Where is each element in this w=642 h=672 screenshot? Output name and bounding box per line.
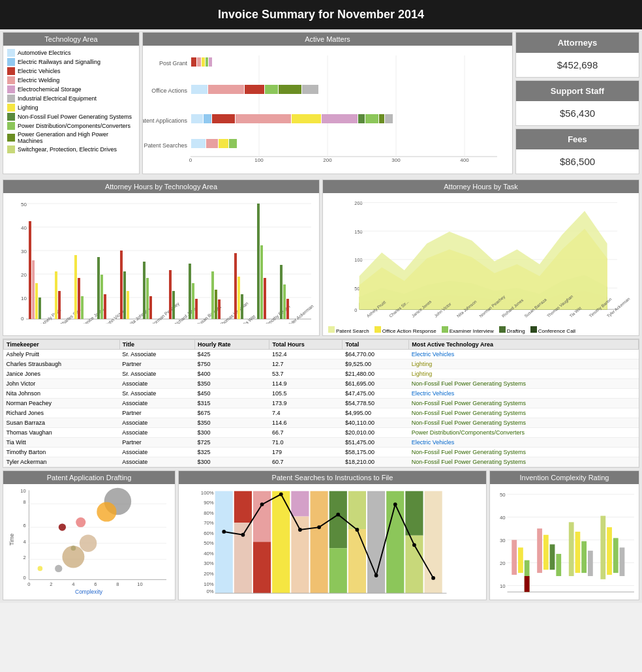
svg-rect-165 [215,491,233,594]
tech-area-item: Power Generation and High Power Machines [5,130,138,145]
svg-rect-73 [149,296,152,319]
table-cell: Associate [119,457,194,467]
table-cell: Lighting [409,359,639,369]
table-row: Charles StrausbaughPartner$75012.7$9,525… [4,359,639,369]
svg-rect-218 [600,516,605,579]
patent-search-chart: 100% 90% 80% 70% 60% 50% 40% 30% 20% 10%… [179,484,486,598]
svg-rect-94 [280,265,283,319]
svg-point-149 [80,534,97,551]
svg-rect-59 [74,255,77,319]
table-cell: $725 [195,438,269,448]
col-timekeeper: Timekeeper [4,340,120,350]
svg-text:90%: 90% [204,500,214,506]
svg-rect-221 [620,547,625,576]
svg-rect-210 [537,528,542,573]
svg-rect-28 [236,114,291,123]
svg-rect-67 [120,251,123,319]
svg-rect-18 [209,57,212,67]
svg-point-185 [241,533,245,537]
svg-rect-91 [260,245,263,319]
svg-rect-68 [123,271,126,319]
svg-text:Complexity: Complexity [75,588,103,595]
svg-text:Tyler Ackerman: Tyler Ackerman [287,303,314,324]
invention-complexity-title: Invention Complexity Rating [490,471,639,484]
svg-text:Office Actions: Office Actions [151,87,187,94]
table-row: Nita JohnsonSr. Associate$450105.5$47,47… [4,389,639,399]
col-title: Title [119,340,194,350]
table-cell: Tia Witt [4,438,120,448]
svg-text:10: 10 [21,296,27,301]
svg-rect-52 [32,260,35,319]
svg-text:10%: 10% [204,581,214,587]
table-cell: $21,480.00 [343,369,409,379]
svg-rect-35 [191,139,206,148]
svg-text:6: 6 [94,581,97,587]
svg-rect-15 [197,57,201,67]
table-cell: Non-Fossil Fuel Power Generating Systems [409,418,639,428]
svg-rect-96 [286,299,289,319]
active-matters-panel: Active Matters Post Grant Office Actions… [142,32,513,174]
svg-rect-51 [29,221,31,319]
svg-rect-56 [55,271,57,319]
svg-rect-72 [146,278,149,319]
svg-rect-36 [206,139,218,148]
svg-rect-69 [127,291,129,319]
support-value: $56,430 [516,101,639,125]
svg-rect-208 [518,547,523,573]
table-row: Susan BarrazaAssociate$350114.6$40,110.0… [4,418,639,428]
table-cell: Non-Fossil Fuel Power Generating Systems [409,448,639,457]
svg-text:2: 2 [50,581,52,587]
tech-area-panel: Technology Area Automotive ElectricsElec… [3,32,140,174]
table-cell: 53.7 [269,369,343,379]
table-cell: Nita Johnson [4,389,120,399]
table-cell: Partner [119,438,194,448]
svg-text:50: 50 [500,492,506,498]
table-row: Richard JonesPartner$6757.4$4,995.00Non-… [4,408,639,418]
svg-text:0%: 0% [206,588,213,594]
svg-text:60%: 60% [204,530,214,536]
svg-rect-214 [569,522,574,576]
svg-point-186 [260,502,264,506]
svg-rect-216 [581,542,587,573]
svg-rect-27 [212,114,235,123]
svg-text:50: 50 [21,202,27,207]
attorney-hours-task-title: Attorney Hours by Task [323,180,639,193]
table-cell: $300 [195,457,269,467]
table-cell: $400 [195,369,269,379]
attorney-hours-task-chart: 200 150 100 50 0 [323,193,639,324]
tech-area-list: Automotive ElectricsElectric Railways an… [3,46,139,157]
svg-rect-217 [588,551,593,576]
svg-rect-219 [607,527,612,575]
table-cell: Associate [119,379,194,389]
table-cell: 114.6 [269,418,343,428]
svg-point-191 [356,528,359,532]
svg-text:400: 400 [460,157,469,163]
attorney-hours-tech-panel: Attorney Hours by Technology Area 50 40 … [3,179,320,336]
table-cell: 152.4 [269,350,343,359]
table-cell: Norman Peachey [4,399,120,408]
kpi-column: Attorneys $452,698 Support Staff $56,430… [515,32,639,174]
table-cell: Power Distribution/Components/Converters [409,428,639,438]
table-cell: $300 [195,428,269,438]
svg-rect-180 [405,491,423,536]
table-cell: Associate [119,448,194,457]
svg-text:2: 2 [23,555,25,560]
table-cell: $51,475.00 [343,438,409,448]
svg-point-188 [298,528,302,532]
svg-text:40: 40 [21,225,27,231]
col-tech: Most Active Technology Area [409,340,639,350]
svg-rect-84 [218,299,221,319]
table-cell: Ashely Pruitt [4,350,120,359]
table-cell: Richard Jones [4,408,120,418]
svg-rect-178 [367,491,385,594]
svg-rect-169 [253,542,271,593]
svg-rect-78 [189,264,191,319]
active-matters-chart: Post Grant Office Actions Patent Applica… [143,46,512,163]
svg-rect-61 [81,296,84,319]
svg-text:Patent Searches: Patent Searches [144,142,187,149]
table-row: Tyler AckermanAssociate$30060.7$18,210.0… [4,457,639,467]
table-cell: Non-Fossil Fuel Power Generating Systems [409,457,639,467]
svg-text:30: 30 [500,538,506,543]
table-cell: $40,110.00 [343,418,409,428]
svg-text:100%: 100% [201,490,214,496]
